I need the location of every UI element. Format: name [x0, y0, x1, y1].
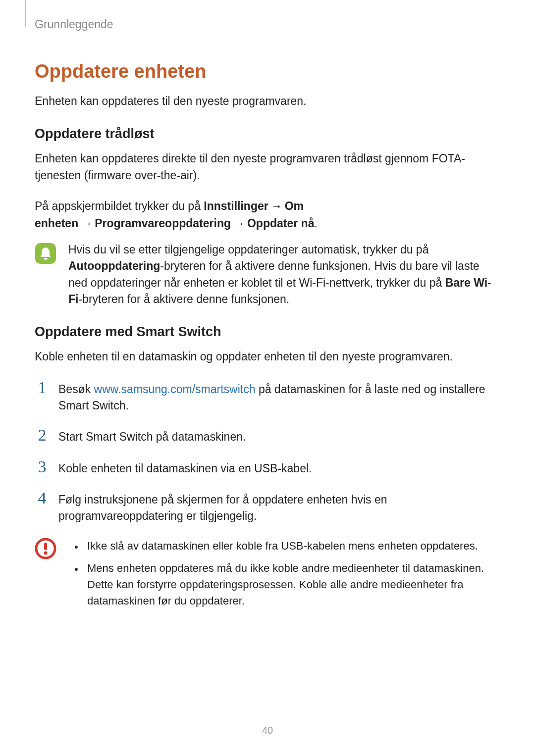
arrow-icon: →: [231, 217, 247, 230]
step-number: 3: [35, 458, 50, 477]
note-bell-icon: [35, 243, 56, 307]
intro-paragraph: Enheten kan oppdateres til den nyeste pr…: [35, 93, 500, 109]
step-text: Besøk www.samsung.com/smartswitch på dat…: [58, 379, 500, 414]
steps-list: 1 Besøk www.samsung.com/smartswitch på d…: [35, 379, 500, 525]
step-item: 1 Besøk www.samsung.com/smartswitch på d…: [35, 379, 500, 414]
step-number: 2: [35, 427, 50, 445]
page-number: 40: [0, 725, 535, 736]
section-heading-smartswitch: Oppdatere med Smart Switch: [35, 324, 500, 340]
path-segment: Innstillinger: [204, 200, 268, 212]
warning-item: • Mens enheten oppdateres må du ikke kob…: [74, 560, 500, 609]
warning-list: • Ikke slå av datamaskinen eller koble f…: [74, 538, 500, 614]
path-segment: Oppdater nå: [247, 217, 314, 230]
arrow-icon: →: [268, 200, 285, 212]
svg-point-3: [44, 551, 48, 554]
warning-icon: [35, 538, 62, 614]
margin-rule: [25, 0, 26, 27]
section-heading-wireless: Oppdatere trådløst: [35, 126, 500, 142]
text: Besøk: [58, 383, 94, 396]
paragraph: Koble enheten til en datamaskin og oppda…: [35, 349, 500, 365]
step-number: 4: [35, 490, 50, 525]
step-item: 2 Start Smart Switch på datamaskinen.: [35, 427, 500, 445]
note-text: Hvis du vil se etter tilgjengelige oppda…: [68, 242, 500, 307]
path-segment: Programvareoppdatering: [95, 217, 231, 230]
step-text: Start Smart Switch på datamaskinen.: [58, 427, 500, 445]
step-item: 4 Følg instruksjonene på skjermen for å …: [35, 490, 500, 525]
smartswitch-link[interactable]: www.samsung.com/smartswitch: [94, 383, 256, 396]
text: Hvis du vil se etter tilgjengelige oppda…: [68, 243, 428, 256]
settings-path: På appskjermbildet trykker du på Innstil…: [35, 198, 500, 232]
page-title: Oppdatere enheten: [35, 61, 500, 82]
note-box: Hvis du vil se etter tilgjengelige oppda…: [35, 242, 500, 307]
warning-text: Mens enheten oppdateres må du ikke koble…: [87, 560, 500, 609]
bullet-icon: •: [74, 538, 81, 555]
step-text: Følg instruksjonene på skjermen for å op…: [58, 490, 500, 525]
text: .: [314, 217, 317, 230]
warning-item: • Ikke slå av datamaskinen eller koble f…: [74, 538, 500, 555]
emphasis: Autooppdatering: [68, 259, 160, 272]
step-item: 3 Koble enheten til datamaskinen via en …: [35, 458, 500, 477]
paragraph: Enheten kan oppdateres direkte til den n…: [35, 151, 500, 184]
breadcrumb: Grunnleggende: [35, 18, 500, 31]
text: På appskjermbildet trykker du på: [35, 200, 204, 212]
arrow-icon: →: [78, 217, 95, 230]
bullet-icon: •: [74, 560, 81, 609]
text: -bryteren for å aktivere denne funksjone…: [78, 293, 289, 305]
warning-box: • Ikke slå av datamaskinen eller koble f…: [35, 538, 500, 614]
warning-text: Ikke slå av datamaskinen eller koble fra…: [87, 538, 478, 555]
step-text: Koble enheten til datamaskinen via en US…: [58, 458, 500, 477]
svg-rect-2: [44, 543, 47, 550]
step-number: 1: [35, 379, 50, 414]
document-page: Grunnleggende Oppdatere enheten Enheten …: [0, 0, 535, 756]
